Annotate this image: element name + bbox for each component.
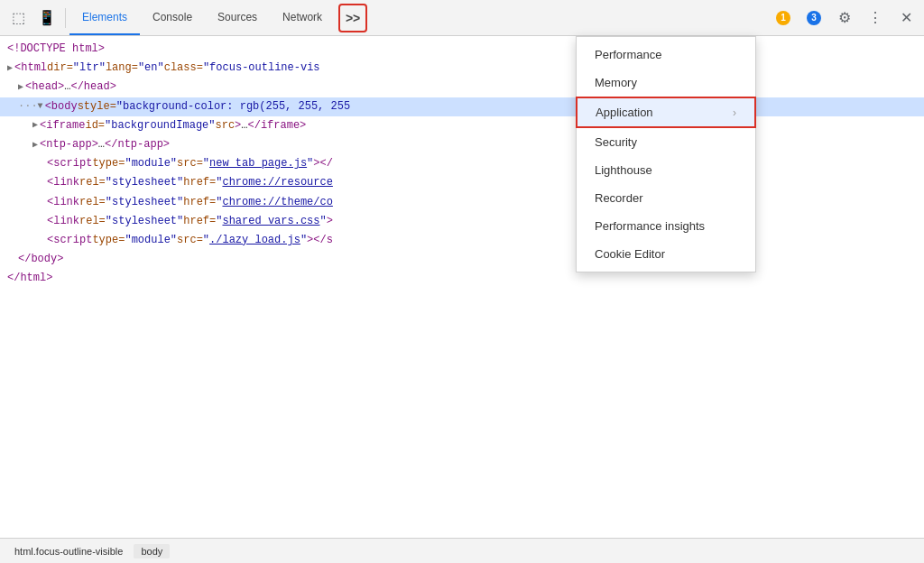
lazy-load-link[interactable]: ./lazy_load.js — [209, 232, 300, 249]
close-devtools-button[interactable]: ✕ — [892, 4, 920, 32]
shared-vars-link[interactable]: shared_vars.css — [222, 213, 319, 230]
chrome-resource-link[interactable]: chrome://resource — [222, 174, 332, 191]
expand-html-icon[interactable]: ▶ — [7, 61, 13, 76]
new-tab-page-link[interactable]: new_tab_page.js — [209, 155, 307, 172]
code-line-doctype: <!DOCTYPE html> — [0, 40, 924, 59]
application-chevron-icon: › — [733, 106, 736, 119]
device-toggle-btn[interactable]: 📱 — [32, 4, 61, 32]
message-badge: 3 — [807, 11, 821, 25]
chrome-theme-link[interactable]: chrome://theme/co — [222, 194, 332, 211]
breadcrumb-body[interactable]: body — [134, 544, 170, 558]
cursor-icon: ⬚ — [12, 9, 25, 26]
messages-button[interactable]: 3 — [799, 7, 828, 29]
breadcrumb-bar: html.focus-outline-visible body — [0, 538, 924, 563]
dropdown-item-performance[interactable]: Performance — [577, 41, 755, 69]
performance-label: Performance — [595, 48, 661, 61]
more-tabs-button[interactable]: >> — [338, 4, 367, 32]
html-dir-attr: dir= — [47, 60, 73, 77]
performance-insights-label: Performance insights — [595, 219, 705, 233]
code-line-body[interactable]: ··· ▼ <body style="background-color: rgb… — [0, 97, 924, 116]
html-tag: <html — [14, 60, 47, 77]
code-line-link-3: <link rel="stylesheet" href="shared_vars… — [0, 212, 924, 231]
code-line-body-close: </body> — [0, 250, 924, 269]
body-ellipsis[interactable]: ··· — [18, 98, 38, 115]
breadcrumb-html[interactable]: html.focus-outline-visible — [7, 544, 130, 558]
code-line-script-2: <script type="module" src="./lazy_load.j… — [0, 231, 924, 250]
code-line-head: ▶ <head>…</head> — [0, 78, 924, 97]
device-icon: 📱 — [38, 9, 56, 26]
settings-button[interactable]: ⚙ — [830, 4, 859, 32]
warning-badge: 1 — [776, 11, 790, 25]
elements-panel[interactable]: <!DOCTYPE html> ▶ <html dir="ltr" lang="… — [0, 36, 924, 538]
more-vertical-icon: ⋮ — [868, 9, 882, 26]
expand-ntp-icon[interactable]: ▶ — [32, 138, 38, 152]
more-tabs-dropdown: Performance Memory Application › Securit… — [576, 36, 756, 272]
tab-network[interactable]: Network — [270, 0, 335, 35]
code-line-html: ▶ <html dir="ltr" lang="en" class="focus… — [0, 59, 924, 78]
more-options-button[interactable]: ⋮ — [861, 4, 890, 32]
dropdown-item-memory[interactable]: Memory — [577, 69, 755, 97]
toolbar-divider-1 — [65, 8, 66, 28]
dropdown-item-application[interactable]: Application › — [576, 97, 756, 128]
dropdown-item-performance-insights[interactable]: Performance insights — [577, 212, 755, 240]
code-line-iframe: ▶ <iframe id="backgroundImage" src> … </… — [0, 116, 924, 135]
warnings-button[interactable]: 1 — [769, 7, 798, 29]
cursor-icon-btn[interactable]: ⬚ — [4, 4, 32, 32]
cookie-editor-label: Cookie Editor — [595, 247, 665, 261]
expand-iframe-icon[interactable]: ▶ — [32, 118, 38, 133]
dropdown-item-cookie-editor[interactable]: Cookie Editor — [577, 240, 755, 268]
code-line-script-1: <script type="module" src="new_tab_page.… — [0, 154, 924, 173]
dropdown-item-security[interactable]: Security — [577, 128, 755, 156]
toolbar-right: 1 3 ⚙ ⋮ ✕ — [769, 4, 920, 32]
expand-head-icon[interactable]: ▶ — [18, 80, 23, 95]
application-label: Application — [596, 106, 653, 119]
tab-sources[interactable]: Sources — [205, 0, 270, 35]
doctype-tag: <!DOCTYPE html> — [7, 41, 105, 58]
memory-label: Memory — [595, 76, 637, 89]
code-line-html-close: </html> — [0, 269, 924, 288]
gear-icon: ⚙ — [838, 9, 851, 26]
dropdown-item-recorder[interactable]: Recorder — [577, 184, 755, 212]
recorder-label: Recorder — [595, 191, 642, 205]
code-line-link-1: <link rel="stylesheet" href="chrome://re… — [0, 173, 924, 192]
main-area: <!DOCTYPE html> ▶ <html dir="ltr" lang="… — [0, 36, 924, 538]
tab-navigation: Elements Console Sources Network — [69, 0, 335, 35]
lighthouse-label: Lighthouse — [595, 163, 652, 177]
security-label: Security — [595, 135, 637, 149]
close-icon: ✕ — [901, 9, 912, 26]
devtools-toolbar: ⬚ 📱 Elements Console Sources Network >> … — [0, 0, 924, 36]
tab-console[interactable]: Console — [140, 0, 205, 35]
tab-elements[interactable]: Elements — [69, 0, 140, 35]
code-line-link-2: <link rel="stylesheet" href="chrome://th… — [0, 193, 924, 212]
expand-body-icon[interactable]: ▼ — [38, 99, 43, 114]
dropdown-item-lighthouse[interactable]: Lighthouse — [577, 156, 755, 184]
code-line-ntp-app: ▶ <ntp-app> … </ntp-app> — [0, 135, 924, 154]
